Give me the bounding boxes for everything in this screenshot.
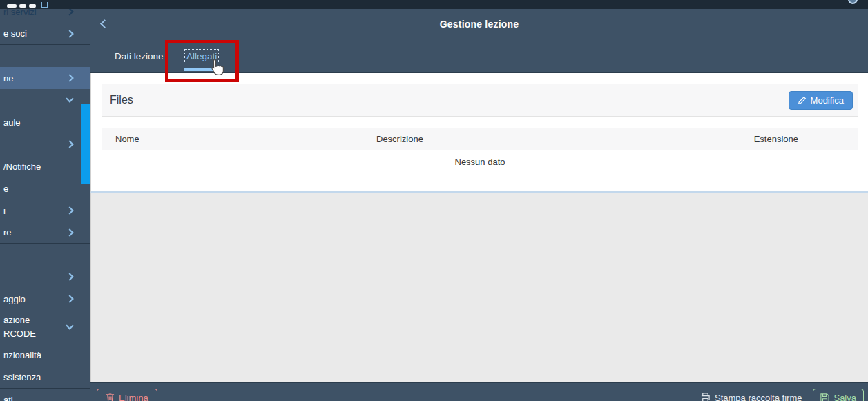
save-button-label: Salva xyxy=(833,393,856,401)
logo-fragment xyxy=(7,4,17,8)
chevron-right-icon xyxy=(66,9,73,16)
sidebar-item-label: e xyxy=(3,184,73,194)
sidebar-item-label: i xyxy=(3,206,67,216)
files-panel-title: Files xyxy=(110,94,789,106)
sidebar-item-label: ati xyxy=(3,395,73,401)
sidebar-item[interactable]: azione RCODE xyxy=(0,310,90,344)
sidebar-item-label: ssistenza xyxy=(3,372,73,382)
tab-label: Dati lezione xyxy=(115,51,164,61)
chevron-right-icon xyxy=(66,206,73,214)
chevron-down-icon xyxy=(66,95,73,102)
column-header-nome: Nome xyxy=(115,128,139,150)
tab-label: Allegati xyxy=(186,51,217,61)
printer-icon xyxy=(700,393,711,401)
tab-dati-lezione[interactable]: Dati lezione xyxy=(115,39,164,73)
column-header-estensione: Estensione xyxy=(754,128,798,150)
sidebar-item-label: aggio xyxy=(3,294,67,304)
sidebar-item[interactable]: i xyxy=(0,199,90,222)
chevron-right-icon xyxy=(66,295,73,302)
pencil-icon xyxy=(798,96,807,105)
active-tab-underline xyxy=(184,68,216,71)
sidebar-item-label: nzionalità xyxy=(3,350,73,360)
sidebar-item[interactable]: nzionalità xyxy=(0,344,90,366)
chevron-left-icon xyxy=(100,19,109,28)
files-panel-header: Files Modifica xyxy=(102,84,858,117)
tab-content: Files Modifica Nome Descrizione Estensio… xyxy=(90,73,868,193)
main-area: Gestione lezione Dati lezione Allegati F… xyxy=(90,9,868,401)
page-header: Gestione lezione xyxy=(90,9,868,39)
empty-table-row: Nessun dato xyxy=(102,150,858,173)
page-title: Gestione lezione xyxy=(90,19,868,30)
sidebar-item[interactable]: re xyxy=(0,222,90,244)
sidebar-item-label: aule xyxy=(3,117,73,128)
shell-bar xyxy=(0,0,868,9)
delete-button-label: Elimina xyxy=(119,393,148,401)
sidebar-item[interactable]: e soci xyxy=(0,23,90,45)
chevron-right-icon xyxy=(66,74,73,81)
sidebar-item[interactable] xyxy=(0,89,90,111)
footer-toolbar: Elimina Stampa raccolta firme Salva xyxy=(90,382,868,401)
print-label: Stampa raccolta firme xyxy=(715,393,802,401)
tab-bar: Dati lezione Allegati xyxy=(90,39,868,73)
delete-button[interactable]: Elimina xyxy=(97,389,157,401)
sidebar-scrollbar[interactable] xyxy=(81,104,90,184)
sidebar-item[interactable]: aggio xyxy=(0,288,90,310)
chevron-right-icon xyxy=(66,228,73,236)
no-data-text: Nessun dato xyxy=(455,157,505,167)
column-header-descrizione: Descrizione xyxy=(376,128,423,150)
print-signatures-button[interactable]: Stampa raccolta firme xyxy=(700,393,802,401)
chevron-right-icon xyxy=(66,273,73,280)
sidebar-item-label: ri servizi xyxy=(3,9,67,17)
sidebar-spacer xyxy=(0,244,90,266)
sidebar-spacer xyxy=(0,45,90,67)
sidebar-item[interactable]: ssistenza xyxy=(0,366,90,389)
logo-fragment xyxy=(19,4,26,8)
sidebar-item-label: e soci xyxy=(3,28,67,39)
sidebar-item-label-line2: RCODE xyxy=(3,327,67,341)
trash-icon xyxy=(106,393,115,401)
sidebar-item[interactable] xyxy=(0,266,90,288)
back-button[interactable] xyxy=(99,19,110,30)
sidebar-item-label: azione xyxy=(3,313,67,327)
user-avatar[interactable] xyxy=(848,0,858,4)
sidebar-item[interactable] xyxy=(0,133,90,155)
files-table-header: Nome Descrizione Estensione xyxy=(102,128,858,150)
sidebar-item[interactable]: ati xyxy=(0,389,90,401)
floppy-disk-icon xyxy=(820,393,829,401)
save-button[interactable]: Salva xyxy=(813,389,864,401)
sidebar-item-selected[interactable]: ne xyxy=(0,67,90,89)
sidebar-item[interactable]: ri servizi xyxy=(0,9,90,23)
shell-icon xyxy=(41,2,48,8)
chevron-right-icon xyxy=(66,140,73,148)
edit-button-label: Modifica xyxy=(811,95,844,106)
sidebar-item-label: /Notifiche xyxy=(3,162,73,172)
sidebar-item[interactable]: e xyxy=(0,177,90,199)
sidebar-item[interactable]: aule xyxy=(0,111,90,133)
page-background xyxy=(90,193,868,391)
sidebar-navigation: ri servizi e soci ne aule /Notifiche e xyxy=(0,9,90,401)
sidebar-item-label: re xyxy=(3,227,67,237)
chevron-right-icon xyxy=(66,30,73,37)
logo-fragment xyxy=(29,4,36,8)
chevron-down-icon xyxy=(66,322,73,329)
sidebar-item[interactable]: /Notifiche xyxy=(0,155,90,177)
edit-button[interactable]: Modifica xyxy=(789,91,853,110)
sidebar-item-label: ne xyxy=(3,73,67,84)
